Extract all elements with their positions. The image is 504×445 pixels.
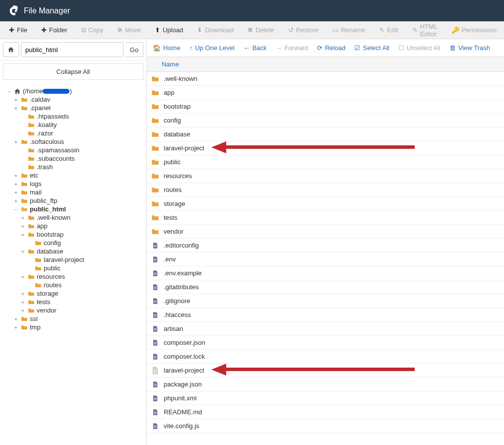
tree-toggle-icon[interactable]: + <box>20 215 26 221</box>
tree-toggle-icon[interactable]: + <box>13 181 19 187</box>
permissions-button[interactable]: 🔑Permissions <box>446 23 502 37</box>
tree-toggle-icon[interactable]: − <box>13 206 19 212</box>
move-button[interactable]: ✥Move <box>112 23 146 37</box>
file-row[interactable]: .gitattributes <box>147 280 504 294</box>
file-row[interactable]: bootstrap <box>147 100 504 114</box>
nav-home-button[interactable]: 🏠Home <box>153 44 181 52</box>
tree-toggle-icon[interactable]: + <box>20 274 26 280</box>
nav-reload-button[interactable]: ⟳Reload <box>317 44 345 52</box>
tree-toggle-icon[interactable]: + <box>20 308 26 314</box>
tree-node[interactable]: .subaccounts <box>2 154 144 163</box>
reload-icon: ⟳ <box>317 44 322 52</box>
tree-toggle-icon[interactable]: − <box>6 88 12 94</box>
tree-toggle-icon[interactable]: + <box>13 316 19 322</box>
tree-toggle-icon[interactable]: + <box>13 139 19 145</box>
file-row[interactable]: laravel-project <box>147 141 504 155</box>
nav-forward-button[interactable]: →Forward <box>276 44 309 52</box>
tree-node[interactable]: +bootstrap <box>2 230 144 239</box>
home-button[interactable] <box>3 42 19 57</box>
tree-node[interactable]: +.cpanel <box>2 104 144 112</box>
tree-node[interactable]: +logs <box>2 180 144 188</box>
tree-node[interactable]: .trash <box>2 163 144 171</box>
tree-node[interactable]: .koality <box>2 121 144 129</box>
file-row[interactable]: artisan <box>147 322 504 336</box>
tree-node[interactable]: +.well-known <box>2 213 144 222</box>
file-row[interactable]: vendor <box>147 225 504 239</box>
file-row[interactable]: tests <box>147 211 504 225</box>
file-row[interactable]: vite.config.js <box>147 419 504 433</box>
copy-button[interactable]: ⧉Copy <box>76 23 108 37</box>
file-row[interactable]: .editorconfig <box>147 239 504 253</box>
file-row[interactable]: storage <box>147 197 504 211</box>
edit-button[interactable]: ✎Edit <box>374 23 403 37</box>
tree-node[interactable]: −public_html <box>2 205 144 213</box>
tree-node[interactable]: +resources <box>2 272 144 281</box>
tree-node[interactable]: +.caldav <box>2 95 144 104</box>
tree-toggle-icon[interactable]: + <box>20 299 26 305</box>
tree-node[interactable]: +mail <box>2 188 144 196</box>
rename-button[interactable]: ▭Rename <box>327 23 370 37</box>
file-row[interactable]: .env <box>147 253 504 266</box>
nav-unselect-all-button[interactable]: ☐Unselect All <box>398 44 441 52</box>
nav-view-trash-button[interactable]: 🗑View Trash <box>449 44 490 52</box>
file-row[interactable]: config <box>147 114 504 127</box>
file-row[interactable]: phpunit.xml <box>147 391 504 405</box>
file-row[interactable]: resources <box>147 169 504 183</box>
tree-node[interactable]: +ssl <box>2 315 144 323</box>
file-button[interactable]: ✚File <box>4 23 32 37</box>
tree-node[interactable]: .htpasswds <box>2 112 144 121</box>
tree-toggle-icon[interactable]: + <box>20 291 26 297</box>
upload-button[interactable]: ⬆Upload <box>150 23 188 37</box>
nav-select-all-button[interactable]: ☑Select All <box>354 44 389 52</box>
tree-toggle-icon[interactable]: + <box>13 97 19 103</box>
file-row[interactable]: .gitignore <box>147 294 504 308</box>
tree-node[interactable]: routes <box>2 281 144 289</box>
tree-toggle-icon[interactable]: + <box>13 173 19 179</box>
html-editor-button[interactable]: ✎HTML Editor <box>407 20 442 41</box>
tree-toggle-icon[interactable]: + <box>20 232 26 238</box>
column-header-name[interactable]: Name <box>147 57 504 72</box>
folder-button[interactable]: ✚Folder <box>36 23 72 37</box>
tree-toggle-icon[interactable]: + <box>13 105 19 111</box>
tree-node[interactable]: laravel-project <box>2 255 144 264</box>
path-input[interactable] <box>21 42 124 57</box>
tree-node[interactable]: +tests <box>2 298 144 306</box>
file-row[interactable]: composer.lock <box>147 350 504 364</box>
tree-node[interactable]: +.softaculous <box>2 137 144 146</box>
tree-node[interactable]: +tmp <box>2 323 144 331</box>
restore-button[interactable]: ↺Restore <box>283 23 324 37</box>
tree-node[interactable]: config <box>2 239 144 247</box>
file-row[interactable]: app <box>147 86 504 100</box>
tree-node[interactable]: −(/home) <box>2 87 144 95</box>
nav-back-button[interactable]: ←Back <box>244 44 267 52</box>
tree-node[interactable]: +storage <box>2 289 144 298</box>
tree-node[interactable]: +vendor <box>2 306 144 315</box>
tree-node[interactable]: +app <box>2 222 144 230</box>
go-button[interactable]: Go <box>126 42 143 57</box>
collapse-all-button[interactable]: Collapse All <box>3 64 143 80</box>
file-row[interactable]: routes <box>147 183 504 197</box>
delete-button[interactable]: ✖Delete <box>243 23 279 37</box>
tree-node[interactable]: +etc <box>2 171 144 180</box>
tree-toggle-icon[interactable]: + <box>20 249 26 254</box>
file-row[interactable]: README.md <box>147 405 504 419</box>
tree-toggle-icon[interactable]: + <box>13 198 19 204</box>
tree-toggle-icon[interactable]: + <box>20 223 26 229</box>
file-row[interactable]: package.json <box>147 378 504 391</box>
tree-node[interactable]: .razor <box>2 129 144 137</box>
file-row[interactable]: composer.json <box>147 336 504 350</box>
file-row[interactable]: database <box>147 127 504 141</box>
file-row[interactable]: .well-known <box>147 72 504 86</box>
file-row[interactable]: laravel-project <box>147 364 504 378</box>
tree-toggle-icon[interactable]: + <box>13 190 19 195</box>
tree-node[interactable]: +database <box>2 247 144 255</box>
file-row[interactable]: .env.example <box>147 266 504 280</box>
nav-up-button[interactable]: ↑Up One Level <box>189 44 235 52</box>
tree-node[interactable]: +public_ftp <box>2 196 144 205</box>
download-button[interactable]: ⬇Download <box>192 23 239 37</box>
tree-node[interactable]: public <box>2 264 144 272</box>
file-row[interactable]: public <box>147 155 504 169</box>
tree-node[interactable]: .spamassassin <box>2 146 144 154</box>
tree-toggle-icon[interactable]: + <box>13 324 19 330</box>
file-row[interactable]: .htaccess <box>147 308 504 322</box>
